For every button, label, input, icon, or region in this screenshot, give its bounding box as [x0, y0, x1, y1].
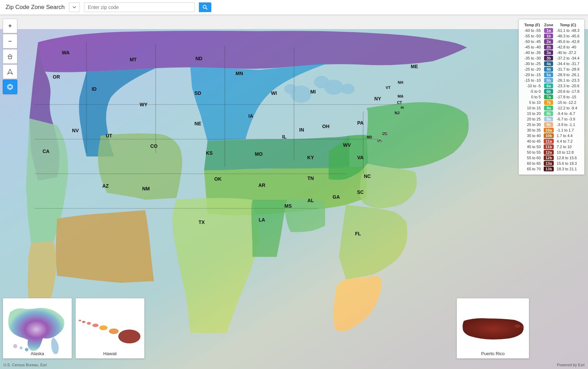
legend-tempc: -15 to -12.2	[555, 100, 581, 105]
legend-tempc: 1.7 to 4.4	[555, 133, 581, 138]
legend-tempc: -12.2 to -9.4	[555, 105, 581, 111]
legend-zone: 4b	[542, 66, 555, 72]
zoom-out-button[interactable]: −	[3, 34, 17, 48]
legend-zone: 11a	[542, 138, 555, 144]
legend-row: -10 to -56a-23.3 to -20.6	[522, 83, 581, 89]
svg-point-24	[13, 344, 17, 348]
state-label-KS: KS	[206, 150, 212, 156]
state-label-OR: OR	[53, 74, 60, 80]
legend-col-zone: Zone	[542, 22, 555, 28]
legend-tempc: -26.1 to -23.3	[555, 78, 581, 83]
state-label-NC: NC	[364, 173, 371, 179]
svg-point-18	[384, 132, 386, 134]
legend-zone: 8a	[542, 105, 555, 111]
legend-tempf: -60 to -55	[522, 28, 542, 33]
legend-zone: 7b	[542, 100, 555, 105]
home-button[interactable]	[3, 49, 17, 64]
legend-row: -15 to -105b-26.1 to -23.3	[522, 78, 581, 83]
legend-zone: 13b	[542, 166, 555, 172]
state-label-WI: WI	[271, 90, 277, 96]
legend-row: 50 to 5512a10 to 12.8	[522, 150, 581, 155]
legend-tempf: 30 to 35	[522, 127, 542, 133]
legend-row: -50 to -452a-45.6 to -42.8	[522, 39, 581, 44]
legend-tempc: -1.1 to 1.7	[555, 127, 581, 133]
legend-tempc: -20.6 to -17.8	[555, 89, 581, 94]
state-label-AL: AL	[307, 198, 314, 203]
legend-zone: 2b	[542, 44, 555, 50]
state-label-NH: NH	[398, 80, 403, 84]
legend-row: -35 to -303b-37.2 to -34.4	[522, 55, 581, 61]
legend-row: -25 to -204b-31.7 to -28.9	[522, 66, 581, 72]
svg-point-29	[109, 328, 119, 334]
state-label-NV: NV	[72, 128, 79, 133]
inset-puerto-rico: Puerto Rico	[457, 298, 529, 359]
legend-tempf: 55 to 60	[522, 155, 542, 161]
legend-row: 60 to 6513a15.6 to 18.3	[522, 161, 581, 166]
legend-row: 55 to 6012b12.8 to 15.6	[522, 155, 581, 161]
search-button[interactable]	[199, 2, 211, 12]
zoom-in-button[interactable]: +	[3, 19, 17, 33]
state-label-MO: MO	[255, 151, 263, 157]
state-label-MD: MD	[367, 135, 372, 139]
legend-zone: 6b	[542, 89, 555, 94]
legend-tempf: 45 to 50	[522, 144, 542, 150]
state-label-PA: PA	[357, 120, 364, 126]
legend-row: 5 to 107b-15 to -12.2	[522, 100, 581, 105]
state-label-AR: AR	[258, 182, 265, 188]
legend-tempc: 15.6 to 18.3	[555, 161, 581, 166]
legend-tempf: -40 to -35	[522, 50, 542, 55]
legend-tempf: -5 to 0	[522, 89, 542, 94]
legend-row: -55 to -501b-48.3 to -45.6	[522, 33, 581, 39]
zip-search-input[interactable]	[84, 2, 195, 12]
legend-tempc: -37.2 to -34.4	[555, 55, 581, 61]
legend-row: -45 to -402b-42.8 to -40	[522, 44, 581, 50]
legend-tempc: -28.9 to -26.1	[555, 72, 581, 78]
state-label-ME: ME	[411, 64, 418, 69]
legend-zone: 2a	[542, 39, 555, 44]
legend-zone: 10a	[542, 127, 555, 133]
legend-tempf: 5 to 10	[522, 100, 542, 105]
legend-row: 40 to 4511a4.4 to 7.2	[522, 138, 581, 144]
legend-tempf: 20 to 25	[522, 116, 542, 122]
svg-marker-22	[8, 69, 12, 74]
legend-tempc: -40 to -37.2	[555, 50, 581, 55]
legend-row: -20 to -155a-28.9 to -26.1	[522, 72, 581, 78]
legend-zone: 12a	[542, 150, 555, 155]
state-label-IN: IN	[299, 127, 304, 133]
layers-button[interactable]	[3, 80, 17, 94]
svg-point-36	[515, 324, 520, 328]
state-label-OK: OK	[214, 176, 222, 182]
dropdown-button[interactable]	[69, 2, 80, 12]
state-label-NE: NE	[194, 121, 201, 126]
map-toolbar: + −	[3, 19, 17, 94]
legend-row: -5 to 06b-20.6 to -17.8	[522, 89, 581, 94]
state-label-VA: VA	[357, 155, 364, 160]
legend-col-tempf: Temp (F)	[522, 22, 542, 28]
state-label-WV: WV	[343, 142, 351, 148]
state-label-MS: MS	[285, 203, 292, 209]
legend-zone: 12b	[542, 155, 555, 161]
legend-tempf: 0 to 5	[522, 94, 542, 100]
legend-tempf: 40 to 45	[522, 138, 542, 144]
state-label-GA: GA	[333, 194, 340, 200]
state-label-NM: NM	[142, 186, 150, 191]
svg-point-31	[92, 324, 99, 327]
legend-tempc: -31.7 to -28.9	[555, 66, 581, 72]
state-label-CT: CT	[397, 100, 402, 105]
state-label-SD: SD	[194, 90, 201, 96]
legend-zone: 10b	[542, 133, 555, 138]
locate-button[interactable]	[3, 64, 17, 79]
legend-zone: 13a	[542, 161, 555, 166]
svg-point-37	[520, 326, 524, 328]
legend-tempf: -15 to -10	[522, 78, 542, 83]
legend-tempf: 15 to 20	[522, 111, 542, 116]
state-label-TX: TX	[199, 219, 205, 225]
app-title: Zip Code Zone Search	[6, 4, 65, 11]
legend-row: 20 to 259a-6.7 to -3.9	[522, 116, 581, 122]
legend-tempc: -23.3 to -20.6	[555, 83, 581, 89]
inset-alaska: Alaska	[3, 298, 72, 359]
legend-tempc: -45.6 to -42.8	[555, 39, 581, 44]
legend-row: -40 to -353a-40 to -37.2	[522, 50, 581, 55]
inset-hawaii: Hawaii	[75, 298, 145, 359]
legend-tempf: 25 to 30	[522, 122, 542, 127]
